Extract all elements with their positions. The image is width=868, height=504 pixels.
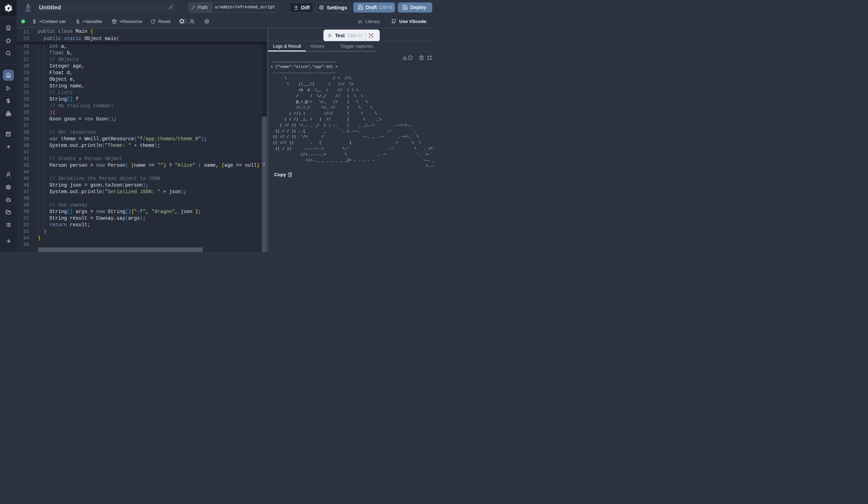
svg-text:Java: Java — [25, 10, 31, 12]
